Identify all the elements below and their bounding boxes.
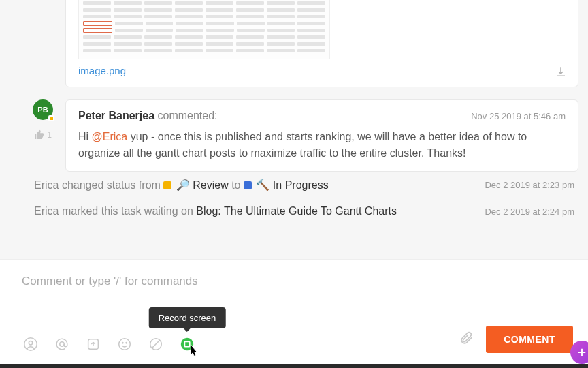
paperclip-icon[interactable] xyxy=(459,331,474,348)
svg-point-5 xyxy=(122,342,123,343)
activity-feed: image.png PB 1 Peter Banerjea commented:… xyxy=(0,0,588,224)
attachment-card: image.png xyxy=(65,0,578,87)
comment-author[interactable]: Peter Banerjea xyxy=(78,110,154,121)
comment-composer: Record screen COMMENT xyxy=(0,259,588,368)
comment-timestamp: Nov 25 2019 at 5:46 am xyxy=(471,111,566,121)
status-from-label: Review xyxy=(193,179,228,191)
add-fab-button[interactable] xyxy=(570,341,588,364)
os-taskbar xyxy=(0,364,588,368)
like-count: 1 xyxy=(47,130,52,140)
submit-comment-button[interactable]: COMMENT xyxy=(486,326,573,353)
upload-icon[interactable] xyxy=(84,335,102,353)
cancel-icon[interactable] xyxy=(147,335,165,353)
comment-action-verb: commented: xyxy=(158,110,218,121)
attachment-thumbnail[interactable] xyxy=(78,0,330,59)
cursor-pointer-icon xyxy=(186,343,201,358)
attachment-filename-link[interactable]: image.png xyxy=(78,65,126,76)
like-button[interactable]: 1 xyxy=(34,129,52,140)
presence-indicator xyxy=(48,115,54,121)
emoji-icon[interactable] xyxy=(116,335,133,353)
avatar[interactable]: PB xyxy=(33,99,53,120)
mention-icon[interactable] xyxy=(53,335,71,353)
tooltip: Record screen xyxy=(149,307,226,328)
activity-timestamp: Dec 2 2019 at 2:24 pm xyxy=(485,206,574,217)
comment-card: Peter Banerjea commented: Nov 25 2019 at… xyxy=(65,99,578,172)
avatar-initials: PB xyxy=(37,106,48,114)
status-to-label: In Progress xyxy=(273,179,329,191)
status-color-swatch xyxy=(244,181,252,189)
task-link[interactable]: Blog: The Ultimate Guide To Gantt Charts xyxy=(196,205,397,217)
comment-input[interactable] xyxy=(22,272,573,291)
activity-timestamp: Dec 2 2019 at 2:23 pm xyxy=(485,180,574,190)
user-mention[interactable]: @Erica xyxy=(92,131,128,142)
comment-body: Hi @Erica yup - once this is published a… xyxy=(78,129,566,162)
activity-dependency: Erica marked this task waiting on Blog: … xyxy=(30,198,578,224)
svg-point-6 xyxy=(126,342,127,343)
download-icon[interactable] xyxy=(555,66,567,78)
status-color-swatch xyxy=(163,181,172,189)
svg-point-1 xyxy=(29,341,33,345)
comment-gutter: PB 1 xyxy=(30,99,56,172)
svg-point-4 xyxy=(119,339,131,350)
comment-row: PB 1 Peter Banerjea commented: Nov 25 20… xyxy=(30,99,578,172)
svg-point-2 xyxy=(60,342,64,346)
composer-toolbar: Record screen xyxy=(22,335,196,353)
svg-point-0 xyxy=(24,338,37,350)
record-screen-icon[interactable]: Record screen xyxy=(178,335,196,353)
activity-status-change: Erica changed status from 🔎 Review to 🔨 … xyxy=(30,172,578,198)
assignee-icon[interactable] xyxy=(22,335,39,353)
